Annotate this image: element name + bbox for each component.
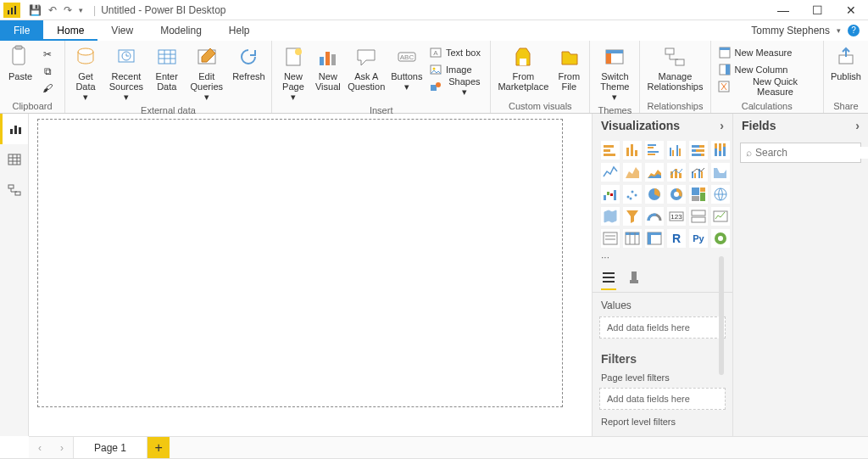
line-clustered-column-icon[interactable] xyxy=(689,163,708,182)
ribbon-chart-icon[interactable] xyxy=(711,163,730,182)
new-measure-button[interactable]: New Measure xyxy=(715,44,820,61)
image-button[interactable]: Image xyxy=(426,61,487,78)
shapes-button[interactable]: Shapes ▾ xyxy=(426,78,487,95)
help-icon[interactable]: ? xyxy=(848,25,860,36)
scatter-icon[interactable] xyxy=(623,185,642,204)
table-icon[interactable] xyxy=(623,229,642,248)
filled-map-icon[interactable] xyxy=(601,207,620,226)
stacked-area-icon[interactable] xyxy=(645,163,664,182)
values-drop-well[interactable]: Add data fields here xyxy=(599,316,726,339)
fields-header[interactable]: Fields › xyxy=(733,114,868,137)
multi-row-card-icon[interactable] xyxy=(689,207,708,226)
edit-queries-icon xyxy=(194,44,220,70)
search-wrap: ⌕ xyxy=(733,137,868,168)
enter-data-button[interactable]: Enter Data xyxy=(150,42,184,93)
donut-icon[interactable] xyxy=(667,185,686,204)
stacked-bar-icon[interactable] xyxy=(601,141,620,160)
user-area: Tommy Stephens ▾ ? xyxy=(743,20,868,41)
clustered-bar-icon[interactable] xyxy=(645,141,664,160)
buttons-button[interactable]: ABC Buttons▾ xyxy=(388,42,426,93)
minimize-icon[interactable]: — xyxy=(766,0,800,20)
visualizations-header[interactable]: Visualizations › xyxy=(593,114,732,137)
get-data-button[interactable]: Get Data ▾ xyxy=(69,42,103,104)
recent-icon xyxy=(114,44,139,70)
area-chart-icon[interactable] xyxy=(623,163,642,182)
textbox-button[interactable]: AText box xyxy=(426,44,487,61)
cut-button[interactable]: ✂ xyxy=(37,46,61,63)
funnel-icon[interactable] xyxy=(623,207,642,226)
hundred-stacked-bar-icon[interactable] xyxy=(689,141,708,160)
more-visuals-button[interactable]: ··· xyxy=(593,251,732,263)
svg-rect-96 xyxy=(692,196,699,201)
kpi-icon[interactable] xyxy=(711,207,730,226)
tab-home[interactable]: Home xyxy=(43,20,97,41)
switch-theme-button[interactable]: Switch Theme ▾ xyxy=(593,42,636,104)
card-icon[interactable]: 123 xyxy=(667,207,686,226)
svg-rect-68 xyxy=(701,154,704,156)
undo-icon[interactable]: ↶ xyxy=(48,4,57,16)
tab-modeling[interactable]: Modeling xyxy=(147,20,215,41)
waterfall-icon[interactable] xyxy=(601,185,620,204)
line-stacked-column-icon[interactable] xyxy=(667,163,686,182)
clustered-column-icon[interactable] xyxy=(667,141,686,160)
svg-rect-25 xyxy=(431,85,437,91)
qat-customize-icon[interactable]: ▾ xyxy=(79,6,83,14)
refresh-button[interactable]: Refresh xyxy=(230,42,268,83)
copy-button[interactable]: ⧉ xyxy=(37,63,61,80)
hundred-stacked-column-icon[interactable] xyxy=(711,141,730,160)
matrix-icon[interactable] xyxy=(645,229,664,248)
arcgis-icon[interactable] xyxy=(711,229,730,248)
page-filters-drop-well[interactable]: Add data fields here xyxy=(599,388,726,410)
user-name[interactable]: Tommy Stephens xyxy=(751,20,830,41)
format-painter-button[interactable]: 🖌 xyxy=(37,80,61,97)
tab-view[interactable]: View xyxy=(97,20,147,41)
close-icon[interactable]: ✕ xyxy=(834,0,868,20)
from-marketplace-button[interactable]: From Marketplace xyxy=(494,42,552,93)
new-quick-measure-button[interactable]: New Quick Measure xyxy=(715,78,820,95)
gauge-icon[interactable] xyxy=(645,207,664,226)
tab-help[interactable]: Help xyxy=(215,20,264,41)
next-page-button[interactable]: › xyxy=(51,437,73,458)
recent-sources-button[interactable]: Recent Sources ▾ xyxy=(103,42,150,104)
fields-search[interactable]: ⌕ xyxy=(740,143,861,163)
fields-tab-icon[interactable] xyxy=(601,270,616,290)
search-input[interactable] xyxy=(755,147,868,159)
report-view-button[interactable] xyxy=(0,114,28,144)
pie-icon[interactable] xyxy=(645,185,664,204)
publish-button[interactable]: Publish xyxy=(827,42,865,83)
format-tab-icon[interactable] xyxy=(626,270,642,290)
scrollbar[interactable] xyxy=(719,256,724,375)
line-chart-icon[interactable] xyxy=(601,163,620,182)
group-relationships: Manage Relationships Relationships xyxy=(640,41,710,113)
data-view-button[interactable] xyxy=(0,144,28,175)
ask-question-button[interactable]: Ask A Question xyxy=(345,42,388,93)
python-visual-icon[interactable]: Py xyxy=(689,229,708,248)
tab-file[interactable]: File xyxy=(0,20,43,41)
new-page-button[interactable]: New Page ▾ xyxy=(275,42,311,104)
page-tab-1[interactable]: Page 1 xyxy=(73,437,147,458)
prev-page-button[interactable]: ‹ xyxy=(29,437,51,458)
new-column-button[interactable]: New Column xyxy=(715,61,820,78)
model-view-button[interactable] xyxy=(0,175,28,205)
new-visual-button[interactable]: New Visual xyxy=(311,42,345,93)
svg-rect-77 xyxy=(679,173,682,178)
treemap-icon[interactable] xyxy=(689,185,708,204)
svg-rect-58 xyxy=(648,154,655,155)
r-visual-icon[interactable]: R xyxy=(667,229,686,248)
add-page-button[interactable]: + xyxy=(147,437,170,458)
slicer-icon[interactable] xyxy=(601,229,620,248)
maximize-icon[interactable]: ☐ xyxy=(800,0,834,20)
paste-button[interactable]: Paste xyxy=(3,42,37,83)
stacked-column-icon[interactable] xyxy=(623,141,642,160)
save-icon[interactable]: 💾 xyxy=(29,4,42,16)
manage-relationships-button[interactable]: Manage Relationships xyxy=(643,42,706,93)
report-canvas[interactable] xyxy=(37,119,563,407)
buttons-label: Buttons▾ xyxy=(391,71,422,92)
cut-icon: ✂ xyxy=(41,48,54,61)
svg-point-26 xyxy=(436,82,441,87)
map-icon[interactable] xyxy=(711,185,730,204)
edit-queries-button[interactable]: Edit Queries ▾ xyxy=(184,42,230,104)
chevron-down-icon[interactable]: ▾ xyxy=(837,20,841,41)
from-file-button[interactable]: From File xyxy=(552,42,586,93)
redo-icon[interactable]: ↷ xyxy=(64,4,72,16)
